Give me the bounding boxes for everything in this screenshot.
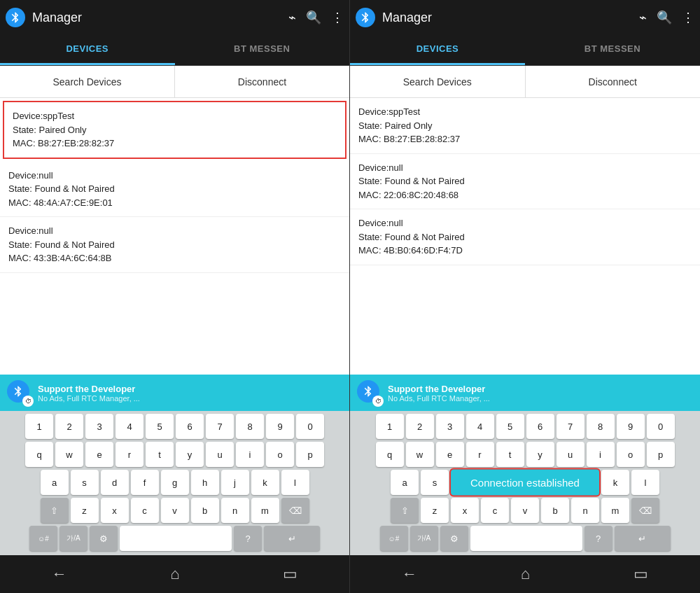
key-a-right[interactable]: a	[391, 470, 419, 495]
home-button-left[interactable]: ⌂	[170, 565, 179, 583]
key-e-left[interactable]: e	[85, 442, 113, 467]
more-icon-right[interactable]: ⋮	[682, 10, 694, 25]
key-n-left[interactable]: n	[221, 498, 249, 523]
key-7-right[interactable]: 7	[556, 414, 584, 439]
key-0-right[interactable]: 0	[647, 414, 675, 439]
key-6-right[interactable]: 6	[526, 414, 554, 439]
key-z-left[interactable]: z	[71, 498, 99, 523]
key-shift-left[interactable]: ⇧	[41, 498, 69, 523]
key-5-left[interactable]: 5	[146, 414, 174, 439]
key-i-right[interactable]: i	[587, 442, 615, 467]
tab-messenger-right[interactable]: BT MESSEN	[525, 35, 700, 65]
key-8-right[interactable]: 8	[587, 414, 615, 439]
device-item-1-right[interactable]: Device:null State: Found & Not Paired MA…	[350, 154, 700, 210]
key-i-left[interactable]: i	[236, 442, 264, 467]
key-1-left[interactable]: 1	[25, 414, 53, 439]
ad-banner-left[interactable]: ⏱ Support the Developer No Ads, Full RTC…	[0, 375, 349, 411]
key-c-right[interactable]: c	[481, 498, 509, 523]
key-settings-right[interactable]: ⚙	[440, 526, 468, 551]
tab-devices-right[interactable]: DEVICES	[350, 35, 525, 65]
key-h-left[interactable]: h	[191, 470, 219, 495]
back-button-right[interactable]: ←	[402, 565, 417, 583]
key-x-left[interactable]: x	[101, 498, 129, 523]
key-v-right[interactable]: v	[511, 498, 539, 523]
key-question-right[interactable]: ?	[584, 526, 612, 551]
key-5-right[interactable]: 5	[496, 414, 524, 439]
key-d-left[interactable]: d	[101, 470, 129, 495]
device-item-2-right[interactable]: Device:null State: Found & Not Paired MA…	[350, 209, 700, 265]
key-q-left[interactable]: q	[25, 442, 53, 467]
key-l-left[interactable]: l	[281, 470, 309, 495]
key-0-left[interactable]: 0	[296, 414, 324, 439]
key-a-left[interactable]: a	[41, 470, 69, 495]
recents-button-left[interactable]: ▭	[283, 565, 298, 583]
key-f-left[interactable]: f	[131, 470, 159, 495]
key-settings-left[interactable]: ⚙	[90, 526, 118, 551]
key-y-right[interactable]: y	[526, 442, 554, 467]
key-4-right[interactable]: 4	[466, 414, 494, 439]
key-4-left[interactable]: 4	[115, 414, 144, 439]
key-r-left[interactable]: r	[115, 442, 144, 467]
tab-devices-left[interactable]: DEVICES	[0, 35, 175, 65]
device-item-0-right[interactable]: Device:sppTest State: Paired Only MAC: B…	[350, 98, 700, 154]
key-9-right[interactable]: 9	[617, 414, 645, 439]
search-icon-right[interactable]: 🔍	[657, 10, 672, 25]
key-x-right[interactable]: x	[451, 498, 479, 523]
device-item-2-left[interactable]: Device:null State: Found & Not Paired MA…	[0, 217, 349, 273]
back-button-left[interactable]: ←	[52, 565, 67, 583]
key-b-right[interactable]: b	[541, 498, 569, 523]
key-w-right[interactable]: w	[406, 442, 434, 467]
key-b-left[interactable]: b	[191, 498, 219, 523]
key-w-left[interactable]: w	[55, 442, 83, 467]
key-8-left[interactable]: 8	[236, 414, 264, 439]
key-p-left[interactable]: p	[296, 442, 324, 467]
key-q-right[interactable]: q	[376, 442, 404, 467]
key-2-left[interactable]: 2	[55, 414, 83, 439]
key-o-right[interactable]: o	[617, 442, 645, 467]
key-r-right[interactable]: r	[466, 442, 494, 467]
key-l-right[interactable]: l	[631, 470, 659, 495]
key-t-left[interactable]: t	[146, 442, 174, 467]
device-item-0-left[interactable]: Device:sppTest State: Paired Only MAC: B…	[3, 101, 346, 159]
key-k-left[interactable]: k	[251, 470, 279, 495]
key-space-right[interactable]	[470, 526, 582, 551]
key-u-right[interactable]: u	[556, 442, 584, 467]
ad-banner-right[interactable]: ⏱ Support the Developer No Ads, Full RTC…	[350, 375, 700, 411]
tab-messenger-left[interactable]: BT MESSEN	[175, 35, 350, 65]
key-m-left[interactable]: m	[251, 498, 279, 523]
key-p-right[interactable]: p	[647, 442, 675, 467]
key-9-left[interactable]: 9	[266, 414, 294, 439]
key-backspace-right[interactable]: ⌫	[631, 498, 659, 523]
search-devices-btn-left[interactable]: Search Devices	[0, 66, 175, 97]
key-s-left[interactable]: s	[71, 470, 99, 495]
key-y-left[interactable]: y	[176, 442, 204, 467]
key-symbols-left[interactable]: ☺#	[29, 526, 57, 551]
key-u-left[interactable]: u	[206, 442, 234, 467]
home-button-right[interactable]: ⌂	[521, 565, 530, 583]
key-enter-left[interactable]: ↵	[264, 526, 320, 551]
key-o-left[interactable]: o	[266, 442, 294, 467]
device-item-1-left[interactable]: Device:null State: Found & Not Paired MA…	[0, 162, 349, 218]
key-3-left[interactable]: 3	[85, 414, 113, 439]
disconnect-btn-right[interactable]: Disconnect	[526, 66, 701, 97]
key-t-right[interactable]: t	[496, 442, 524, 467]
key-z-right[interactable]: z	[421, 498, 449, 523]
search-devices-btn-right[interactable]: Search Devices	[350, 66, 526, 97]
key-enter-right[interactable]: ↵	[615, 526, 671, 551]
key-n-right[interactable]: n	[571, 498, 599, 523]
bt-active-icon-left[interactable]: ⌁	[288, 10, 296, 25]
key-lang-left[interactable]: 가/A	[59, 526, 88, 551]
key-symbols-right[interactable]: ☺#	[380, 526, 408, 551]
key-k-right[interactable]: k	[601, 470, 629, 495]
key-6-left[interactable]: 6	[176, 414, 204, 439]
key-1-right[interactable]: 1	[376, 414, 404, 439]
key-e-right[interactable]: e	[436, 442, 464, 467]
key-g-left[interactable]: g	[161, 470, 189, 495]
more-icon-left[interactable]: ⋮	[331, 10, 344, 25]
search-icon-left[interactable]: 🔍	[306, 10, 321, 25]
key-j-left[interactable]: j	[221, 470, 249, 495]
key-space-left[interactable]	[120, 526, 232, 551]
key-7-left[interactable]: 7	[206, 414, 234, 439]
key-2-right[interactable]: 2	[406, 414, 434, 439]
key-question-left[interactable]: ?	[234, 526, 262, 551]
